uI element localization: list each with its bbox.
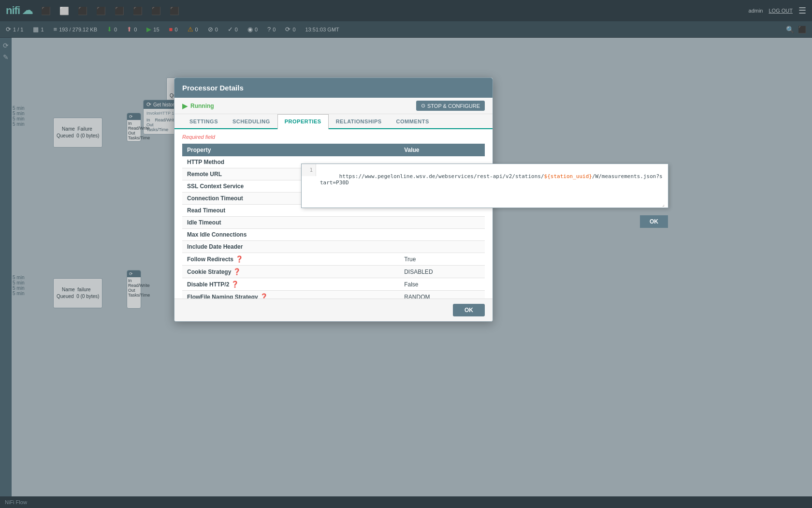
running-label: Running <box>190 103 214 109</box>
url-ok-button[interactable]: OK <box>640 215 668 228</box>
prop-value-date-header[interactable] <box>399 241 485 253</box>
prop-name-date-header: Include Date Header <box>182 241 399 253</box>
running-bar: ▶ Running ⊙ STOP & CONFIGURE <box>174 98 493 114</box>
tab-scheduling[interactable]: SCHEDULING <box>225 114 277 128</box>
help-flowfile-naming[interactable]: ❓ <box>260 293 268 299</box>
table-row: Max Idle Connections <box>182 229 485 241</box>
table-row: FlowFile Naming Strategy ❓ RANDOM <box>182 291 485 299</box>
stop-configure-icon: ⊙ <box>421 103 425 109</box>
prop-value-follow-redirects[interactable]: True <box>399 253 485 266</box>
tab-comments[interactable]: COMMENTS <box>389 114 436 128</box>
table-row: Include Date Header <box>182 241 485 253</box>
url-editor: 1 https://www.pegelonline.wsv.de/webserv… <box>301 164 668 208</box>
running-indicator: ▶ Running <box>182 102 214 110</box>
tab-properties[interactable]: PROPERTIES <box>277 114 329 129</box>
help-cookie-strategy[interactable]: ❓ <box>233 268 241 275</box>
stop-configure-button[interactable]: ⊙ STOP & CONFIGURE <box>416 101 485 111</box>
help-follow-redirects[interactable]: ❓ <box>235 255 243 263</box>
modal-header: Processor Details <box>174 78 493 98</box>
stop-configure-label: STOP & CONFIGURE <box>427 103 480 109</box>
modal-content: Required field Property Value HTTP Metho… <box>174 129 493 299</box>
col-value-header: Value <box>399 144 485 156</box>
table-row: Cookie Strategy ❓ DISABLED <box>182 266 485 278</box>
url-textarea[interactable]: https://www.pegelonline.wsv.de/webservic… <box>316 164 668 208</box>
url-editor-inner: 1 https://www.pegelonline.wsv.de/webserv… <box>302 164 668 208</box>
url-text-prefix: https://www.pegelonline.wsv.de/webservic… <box>339 173 544 179</box>
resize-handle[interactable]: ⌟ <box>662 202 668 208</box>
table-row: Idle Timeout <box>182 217 485 229</box>
required-field-label: Required field <box>182 134 485 140</box>
col-property-header: Property <box>182 144 399 156</box>
prop-name-flowfile-naming: FlowFile Naming Strategy ❓ <box>182 291 399 299</box>
modal-footer: OK <box>174 299 493 321</box>
prop-name-cookie-strategy: Cookie Strategy ❓ <box>182 266 399 278</box>
tab-relationships[interactable]: RELATIONSHIPS <box>329 114 389 128</box>
prop-value-disable-http2[interactable]: False <box>399 278 485 291</box>
prop-name-idle-timeout: Idle Timeout <box>182 217 399 229</box>
tabs-bar: SETTINGS SCHEDULING PROPERTIES RELATIONS… <box>174 114 493 129</box>
running-triangle-icon: ▶ <box>182 102 188 110</box>
ok-button[interactable]: OK <box>453 304 485 316</box>
table-row: Disable HTTP/2 ❓ False <box>182 278 485 291</box>
prop-name-max-idle: Max Idle Connections <box>182 229 399 241</box>
url-expression: ${station_uuid} <box>544 173 592 179</box>
tab-settings[interactable]: SETTINGS <box>182 114 225 128</box>
prop-name-follow-redirects: Follow Redirects ❓ <box>182 253 399 266</box>
help-disable-http2[interactable]: ❓ <box>231 281 239 288</box>
prop-value-max-idle[interactable] <box>399 229 485 241</box>
prop-name-disable-http2: Disable HTTP/2 ❓ <box>182 278 399 291</box>
prop-value-idle-timeout[interactable] <box>399 217 485 229</box>
prop-value-cookie-strategy[interactable]: DISABLED <box>399 266 485 278</box>
modal-title: Processor Details <box>182 84 244 92</box>
table-row: Follow Redirects ❓ True <box>182 253 485 266</box>
line-number: 1 <box>302 164 316 176</box>
prop-value-flowfile-naming[interactable]: RANDOM <box>399 291 485 299</box>
